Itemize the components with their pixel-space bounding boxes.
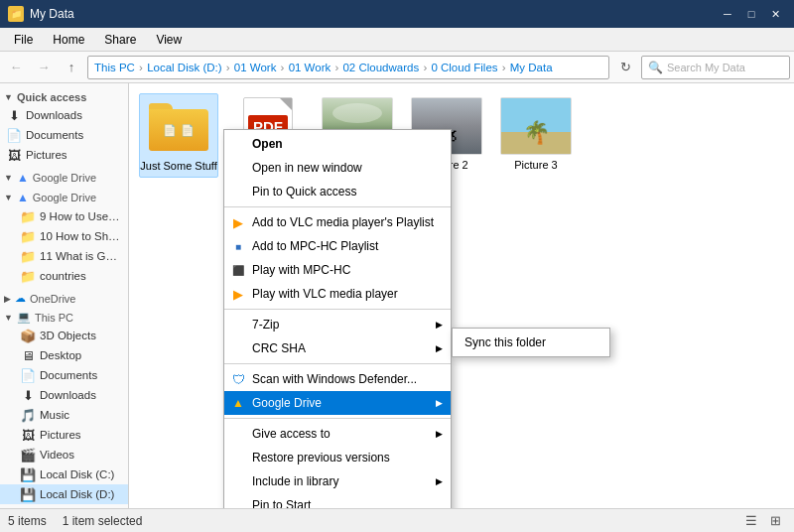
crumb-thispc[interactable]: This PC [94, 62, 135, 73]
sidebar-item-videos[interactable]: 🎬 Videos [0, 445, 128, 465]
open-new-icon [230, 160, 246, 176]
maximize-button[interactable]: □ [740, 5, 762, 23]
sidebar-item-11-what[interactable]: 📁 11 What is Goog [0, 246, 128, 266]
sidebar-item-local-c[interactable]: 💾 Local Disk (C:) [0, 465, 128, 484]
thispc-label: This PC [35, 312, 73, 324]
folder-icon: 📁 [20, 208, 36, 224]
gdrive-icon: ▲ [230, 395, 246, 411]
sidebar-item-9-howto[interactable]: 📁 9 How to Use Go [0, 206, 128, 226]
ctx-open-new-window[interactable]: Open in new window [224, 156, 451, 180]
ctx-restore-versions[interactable]: Restore previous versions [224, 446, 451, 469]
submenu-google-drive: Sync this folder [452, 328, 610, 357]
folder-icon: 📁 [20, 248, 36, 264]
sidebar-item-pictures[interactable]: 🖼 Pictures [0, 425, 128, 445]
quick-access-label: Quick access [17, 91, 86, 103]
sidebar-item-pictures-quick[interactable]: 🖼 Pictures [0, 145, 128, 165]
address-bar: ← → ↑ This PC › Local Disk (D:) › 01 Wor… [0, 52, 794, 83]
ctx-google-drive[interactable]: ▲ Google Drive [224, 391, 451, 415]
3dobjects-icon: 📦 [20, 328, 36, 343]
ctx-7zip[interactable]: 7-Zip [224, 313, 451, 336]
sidebar-label: 11 What is Goog [40, 250, 122, 262]
file-thumb-picture3: 🌴 [500, 97, 572, 155]
sidebar-item-desktop[interactable]: 🖥 Desktop [0, 345, 128, 365]
view-grid-button[interactable]: ⊞ [764, 512, 786, 530]
menu-home[interactable]: Home [43, 30, 94, 50]
breadcrumb: This PC › Local Disk (D:) › 01 Work › 01… [94, 62, 553, 73]
defender-icon: 🛡 [230, 371, 246, 387]
chevron-icon: ▼ [4, 92, 13, 102]
crumb-01work2[interactable]: 01 Work [289, 62, 331, 73]
file-area: 📄 📄 Just Some Stuff PDF PDF File [129, 83, 794, 508]
google-drive-2-icon: ▲ [17, 191, 29, 204]
ctx-scan-defender[interactable]: 🛡 Scan with Windows Defender... [224, 367, 451, 391]
view-list-button[interactable]: ☰ [740, 512, 762, 530]
search-box[interactable]: 🔍 Search My Data [641, 56, 790, 79]
ctx-pin-quick[interactable]: Pin to Quick access [224, 180, 451, 203]
file-item-just-some-stuff[interactable]: 📄 📄 Just Some Stuff [139, 93, 218, 178]
mpc-icon: ■ [230, 238, 246, 254]
onedrive-header[interactable]: ▶ ☁ OneDrive [0, 288, 128, 307]
sidebar-label: Downloads [26, 109, 82, 121]
ctx-include-library[interactable]: Include in library [224, 469, 451, 493]
google-drive-2-label: Google Drive [33, 192, 96, 203]
quick-access-header[interactable]: ▼ Quick access [0, 87, 128, 105]
7zip-icon [230, 317, 246, 332]
open-icon [230, 136, 246, 152]
status-bar: 5 items 1 item selected ☰ ⊞ [0, 508, 794, 532]
ctx-add-vlc[interactable]: ▶ Add to VLC media player's Playlist [224, 210, 451, 234]
ctx-pin-start[interactable]: Pin to Start [224, 493, 451, 508]
menu-file[interactable]: File [4, 30, 43, 50]
sidebar-item-documents-quick[interactable]: 📄 Documents [0, 125, 128, 145]
window-icon: 📁 [8, 6, 24, 22]
ctx-crc-sha[interactable]: CRC SHA [224, 336, 451, 360]
sidebar-label: Music [40, 409, 69, 421]
refresh-button[interactable]: ↻ [613, 56, 637, 79]
crumb-localdisk[interactable]: Local Disk (D:) [147, 62, 221, 73]
ctx-give-access[interactable]: Give access to [224, 422, 451, 446]
menu-share[interactable]: Share [94, 30, 146, 50]
minimize-button[interactable]: ─ [717, 5, 738, 23]
sidebar-label: Pictures [40, 429, 81, 441]
forward-button[interactable]: → [32, 56, 56, 79]
sidebar-item-3dobjects[interactable]: 📦 3D Objects [0, 326, 128, 345]
ctx-open[interactable]: Open [224, 132, 451, 156]
window-controls: ─ □ ✕ [717, 5, 786, 23]
ctx-play-vlc[interactable]: ▶ Play with VLC media player [224, 282, 451, 306]
sidebar-item-downloads-quick[interactable]: ⬇ Downloads [0, 105, 128, 125]
sidebar-item-music[interactable]: 🎵 Music [0, 405, 128, 425]
sidebar-item-local-d[interactable]: 💾 Local Disk (D:) [0, 484, 128, 504]
crumb-mydata[interactable]: My Data [510, 62, 553, 73]
sidebar-item-documents[interactable]: 📄 Documents [0, 365, 128, 385]
back-button[interactable]: ← [4, 56, 28, 79]
sidebar-item-downloads[interactable]: ⬇ Downloads [0, 385, 128, 405]
thispc-header[interactable]: ▼ 💻 This PC [0, 307, 128, 326]
sidebar-item-10-howto[interactable]: 📁 10 How to Share [0, 226, 128, 246]
vlc-play-icon: ▶ [230, 286, 246, 302]
window-title: My Data [30, 7, 74, 21]
ctx-play-mpc[interactable]: ⬛ Play with MPC-HC [224, 258, 451, 282]
address-input[interactable]: This PC › Local Disk (D:) › 01 Work › 01… [87, 56, 609, 79]
sidebar-label: Local Disk (C:) [40, 468, 114, 480]
thispc-icon: 💻 [17, 311, 31, 324]
ctx-add-mpc[interactable]: ■ Add to MPC-HC Playlist [224, 234, 451, 258]
sidebar-label: Desktop [40, 349, 81, 361]
up-button[interactable]: ↑ [60, 56, 83, 79]
sidebar-item-countries[interactable]: 📁 countries [0, 266, 128, 286]
crumb-02cloudwards[interactable]: 02 Cloudwards [342, 62, 419, 73]
google-drive-1-header[interactable]: ▼ ▲ Google Drive [0, 167, 128, 187]
folder-icon: 📁 [20, 228, 36, 244]
pin-icon [230, 184, 246, 200]
documents-icon: 📄 [20, 367, 36, 383]
submenu-sync-folder[interactable]: Sync this folder [453, 331, 609, 354]
google-drive-2-header[interactable]: ▼ ▲ Google Drive [0, 187, 128, 206]
pin-start-icon [230, 497, 246, 508]
pictures-icon: 🖼 [20, 427, 36, 443]
crumb-01work1[interactable]: 01 Work [234, 62, 277, 73]
search-placeholder: Search My Data [667, 62, 745, 73]
chevron-icon: ▼ [4, 173, 13, 183]
crumb-0cloudfiles[interactable]: 0 Cloud Files [431, 62, 497, 73]
file-item-picture3[interactable]: 🌴 Picture 3 [496, 93, 576, 178]
close-button[interactable]: ✕ [764, 5, 786, 23]
menu-view[interactable]: View [146, 30, 192, 50]
google-drive-1-label: Google Drive [33, 172, 96, 184]
